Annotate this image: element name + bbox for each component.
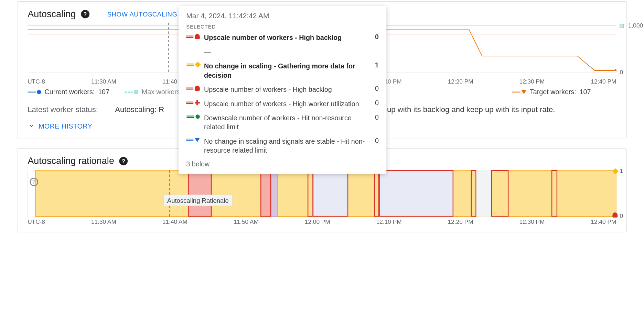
tooltip-selected-label: SELECTED	[186, 24, 379, 30]
tooltip-row: —	[186, 47, 379, 57]
autoscaling-card: Autoscaling ? SHOW AUTOSCALING LOGS 1,00…	[17, 1, 627, 138]
chevron-down-icon	[28, 122, 35, 131]
help-icon[interactable]: ?	[81, 10, 89, 19]
bell-marker-icon	[612, 212, 618, 219]
rationale-hover-tooltip: Autoscaling Rationale	[163, 195, 233, 206]
tz-label: UTC-8	[28, 218, 45, 225]
tooltip-timestamp: Mar 4, 2024, 11:42:42 AM	[186, 12, 379, 21]
tooltip-more-below: 3 below	[186, 160, 379, 168]
tooltip-row: No change in scaling - Gathering more da…	[186, 62, 379, 80]
rationale-ylabel-bot: 0	[620, 212, 623, 219]
tooltip-row: Upscale number of workers - High backlog…	[186, 85, 379, 94]
legend-target-workers[interactable]: Target workers: 107	[512, 88, 591, 96]
rationale-xaxis: UTC-8 11:30 AM 11:40 AM 11:50 AM 12:00 P…	[28, 218, 616, 225]
question-icon[interactable]: ?	[30, 178, 38, 186]
tooltip-row: Upscale number of workers - High backlog…	[186, 33, 379, 42]
y-label-bot: 0	[620, 69, 623, 76]
tz-label: UTC-8	[28, 78, 45, 85]
legend-current-workers[interactable]: Current workers: 107	[28, 88, 109, 96]
tooltip-row: No change in scaling and signals are sta…	[186, 137, 379, 155]
rationale-chart[interactable]: ? Autoscaling Rationale 1 0	[28, 170, 616, 217]
chart-tooltip: Mar 4, 2024, 11:42:42 AM SELECTED Upscal…	[179, 6, 386, 174]
rationale-title: Autoscaling rationale	[28, 156, 114, 167]
autoscaling-title: Autoscaling	[28, 9, 76, 20]
help-icon[interactable]: ?	[119, 157, 128, 166]
tooltip-row: Upscale number of workers - High worker …	[186, 99, 379, 109]
y-label-top: 1,000	[620, 22, 643, 29]
diamond-marker-icon	[613, 167, 618, 175]
status-label: Latest worker status:	[28, 105, 100, 114]
tooltip-row: Downscale number of workers - Hit non-re…	[186, 113, 379, 132]
rationale-ylabel-top: 1	[620, 167, 623, 174]
